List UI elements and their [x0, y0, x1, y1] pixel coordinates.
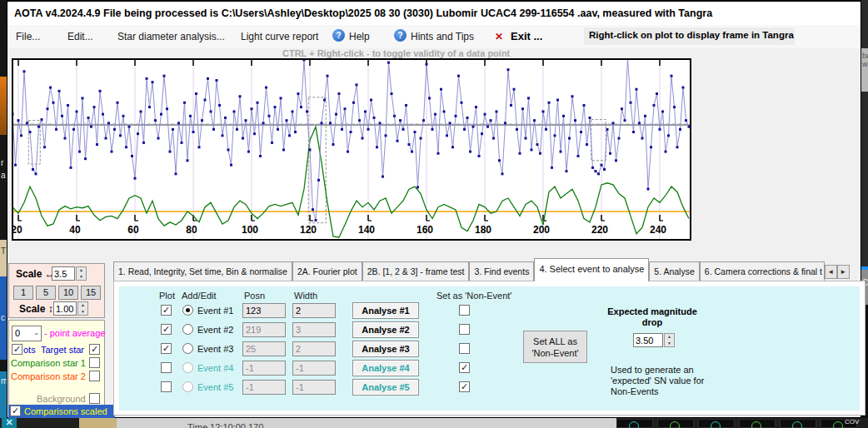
- expected-magnitude-drop-label: Expected magnitude drop: [598, 306, 706, 328]
- non-event-checkbox-4[interactable]: ✓: [459, 362, 470, 373]
- analyse-button-1[interactable]: Analyse #1: [352, 302, 419, 319]
- zoom-preset-button-1[interactable]: 1: [13, 286, 33, 300]
- menu-edit[interactable]: Edit...: [67, 31, 93, 42]
- background-label: Background: [37, 394, 86, 404]
- posn-input-event-1[interactable]: 123: [242, 303, 286, 318]
- set-all-non-event-button[interactable]: Set ALL as 'Non-Event': [523, 331, 587, 363]
- desktop-left-strip: [0, 0, 7, 428]
- tab-2[interactable]: 2A. Fourier plot: [292, 261, 362, 281]
- menu-light-curve-report[interactable]: Light curve report: [241, 31, 318, 42]
- svg-text:240: 240: [650, 224, 666, 236]
- menu-star-diameter[interactable]: Star diameter analysis...: [117, 31, 225, 42]
- comparison-star-1-checkbox[interactable]: [89, 357, 100, 368]
- menu-bar: File... Edit... Star diameter analysis..…: [7, 25, 861, 48]
- title-bar: AOTA v4.2024.4.9 File being processed is…: [7, 2, 861, 25]
- desktop-icon-fragment-orange: [0, 77, 7, 135]
- desktop-label-fragment: T: [1, 246, 6, 256]
- event-label-2: Event #2: [197, 325, 233, 335]
- plot-checkbox-event-5[interactable]: [161, 381, 172, 392]
- tab-1[interactable]: 1. Read, Integrity, Set time, Bin & norm…: [113, 261, 292, 281]
- svg-text:60: 60: [127, 224, 139, 236]
- tab-7[interactable]: 6. Camera corrections & final t: [700, 261, 825, 281]
- target-series-markers: [13, 60, 690, 221]
- svg-text:140: 140: [358, 224, 375, 236]
- analyse-button-5[interactable]: Analyse #5: [352, 379, 419, 396]
- width-input-event-4[interactable]: -1: [292, 361, 336, 376]
- non-event-checkbox-3[interactable]: [459, 343, 470, 354]
- posn-input-event-2[interactable]: 219: [242, 322, 286, 337]
- menu-exit[interactable]: Exit ...: [511, 30, 542, 42]
- scale-h-input[interactable]: [52, 266, 75, 281]
- expected-magnitude-drop-input[interactable]: [633, 333, 663, 347]
- point-average-label: - point average: [44, 328, 105, 338]
- posn-input-event-5[interactable]: -1: [242, 380, 286, 395]
- dots-label: ots: [23, 345, 36, 355]
- star-tracking-thumbnail: [616, 419, 653, 428]
- posn-input-event-3[interactable]: 25: [242, 341, 286, 356]
- comparisons-scaled-checkbox[interactable]: ✓: [10, 406, 21, 416]
- comparison-star-1-label: Comparison star 1: [11, 358, 86, 368]
- add-edit-radio-event-3[interactable]: [182, 343, 193, 354]
- posn-input-event-4[interactable]: -1: [242, 361, 286, 376]
- tab-scroll-left[interactable]: ◄: [825, 265, 837, 279]
- comparison-star-2-checkbox[interactable]: [89, 371, 100, 381]
- scale-v-spinner[interactable]: ▲▼: [77, 301, 88, 316]
- analyse-button-3[interactable]: Analyse #3: [352, 341, 419, 357]
- ctrl-right-click-hint: CTRL + Right-click - to toggle validity …: [282, 48, 510, 58]
- comparisons-scaled-row[interactable]: ✓ Comparisons scaled: [8, 405, 115, 418]
- posn-column-header: Posn: [244, 291, 265, 301]
- zoom-preset-button-15[interactable]: 15: [81, 286, 101, 300]
- tab-scroll-right[interactable]: ►: [837, 265, 850, 279]
- menu-hints-and-tips[interactable]: Hints and Tips: [411, 31, 474, 42]
- expected-magnitude-drop-spinner[interactable]: ▲▼: [664, 333, 675, 347]
- help-icon[interactable]: ?: [332, 29, 345, 42]
- tab-5[interactable]: 4. Select event to analyse: [534, 258, 649, 281]
- width-column-header: Width: [294, 291, 317, 301]
- scale-v-input[interactable]: [53, 301, 77, 316]
- background-checkbox[interactable]: [89, 393, 100, 404]
- width-input-event-1[interactable]: 2: [292, 303, 336, 318]
- zoom-preset-button-5[interactable]: 5: [36, 286, 56, 300]
- target-star-checkbox[interactable]: ✓: [89, 344, 100, 355]
- analyse-button-2[interactable]: Analyse #2: [352, 321, 419, 338]
- non-event-checkbox-1[interactable]: [459, 305, 470, 316]
- aota-window: AOTA v4.2024.4.9 File being processed is…: [7, 0, 861, 418]
- exit-x-icon[interactable]: ✕: [495, 31, 503, 42]
- event-label-4: Event #4: [197, 363, 233, 373]
- zoom-preset-button-10[interactable]: 10: [58, 286, 78, 300]
- svg-text:200: 200: [533, 224, 550, 236]
- add-edit-radio-event-2[interactable]: [182, 324, 193, 335]
- scale-h-spinner[interactable]: ▲▼: [76, 266, 87, 281]
- hints-icon[interactable]: ?: [394, 29, 407, 42]
- tab-4[interactable]: 3. Find events: [469, 261, 534, 281]
- width-input-event-2[interactable]: 3: [292, 322, 336, 337]
- add-edit-column-header: Add/Edit: [182, 291, 217, 301]
- add-edit-radio-event-1[interactable]: [182, 305, 193, 316]
- width-input-event-3[interactable]: 2: [292, 341, 336, 356]
- point-average-select[interactable]: 0 ⌄: [12, 326, 42, 341]
- non-event-checkbox-5[interactable]: ✓: [459, 381, 470, 392]
- add-edit-radio-event-5[interactable]: [182, 381, 193, 392]
- event-label-1: Event #1: [197, 306, 233, 316]
- non-event-checkbox-2[interactable]: [459, 324, 470, 335]
- scale-panel: Scale ↔ ▲▼ 151015 Scale ↕ ▲▼: [8, 263, 105, 318]
- tab-3[interactable]: 2B. [1, 2 & 3] - frame test: [362, 261, 470, 281]
- plot-checkbox-event-2[interactable]: ✓: [161, 324, 172, 335]
- add-edit-radio-event-4[interactable]: [182, 362, 193, 373]
- dots-checkbox[interactable]: ✓: [12, 344, 22, 355]
- menu-help[interactable]: Help: [349, 31, 370, 42]
- light-curve-plot[interactable]: 20406080100120140160180200220240: [12, 58, 691, 241]
- background-bottom-strip: ✕ Time 12:10:00.170 COV: [0, 418, 868, 428]
- background-window-text-fragment: bewr: [862, 52, 868, 68]
- plot-checkbox-event-3[interactable]: ✓: [161, 343, 172, 354]
- analyse-button-4[interactable]: Analyse #4: [352, 360, 419, 376]
- tracking-thumbnails: [616, 418, 861, 428]
- right-click-note: Right-click on plot to display frame in …: [584, 27, 795, 45]
- menu-file[interactable]: File...: [16, 31, 40, 42]
- plot-checkbox-event-1[interactable]: ✓: [161, 305, 172, 316]
- width-input-event-5[interactable]: -1: [292, 380, 336, 395]
- plot-checkbox-event-4[interactable]: [161, 362, 172, 373]
- scale-h-label: Scale ↔: [16, 268, 55, 280]
- tab-6[interactable]: 5. Analyse: [649, 261, 699, 281]
- tab-strip: 1. Read, Integrity, Set time, Bin & norm…: [113, 258, 866, 281]
